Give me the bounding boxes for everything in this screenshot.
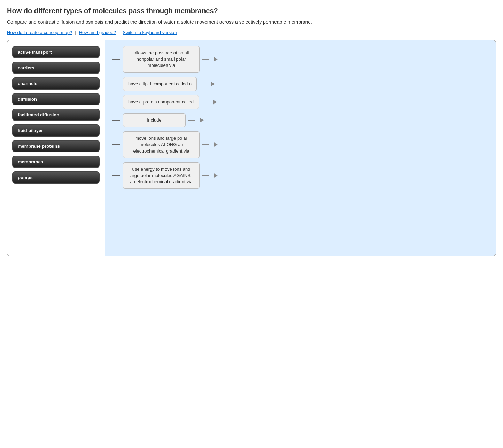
links-bar: How do I create a concept map? | How am … <box>7 30 496 35</box>
connector-line-2 <box>112 84 120 84</box>
terms-panel: active transport carriers channels diffu… <box>7 40 105 256</box>
arrow-line-4 <box>188 120 195 121</box>
concept-box-5: move ions and large polar molecules ALON… <box>123 131 200 158</box>
arrow-6 <box>214 173 218 178</box>
term-facilitated-diffusion[interactable]: facilitated diffusion <box>12 109 100 121</box>
arrow-2 <box>211 82 215 86</box>
arrow-line-5 <box>202 144 209 145</box>
concept-map-container: active transport carriers channels diffu… <box>7 40 496 256</box>
concept-box-6: use energy to move ions and large polar … <box>123 162 200 189</box>
term-pumps[interactable]: pumps <box>12 171 100 184</box>
concept-row-3: have a protein component called <box>112 95 489 109</box>
grading-help-link[interactable]: How am I graded? <box>79 30 116 35</box>
page-title: How do different types of molecules pass… <box>7 7 496 15</box>
concept-row-2: have a lipid component called a <box>112 77 489 91</box>
concept-box-3: have a protein component called <box>123 95 199 109</box>
term-carriers[interactable]: carriers <box>12 62 100 74</box>
term-lipid-bilayer[interactable]: lipid bilayer <box>12 124 100 137</box>
term-diffusion[interactable]: diffusion <box>12 93 100 105</box>
arrow-3 <box>213 100 217 105</box>
arrow-1 <box>214 57 218 62</box>
separator-2: | <box>119 30 120 35</box>
concept-row-4: include <box>112 113 489 127</box>
connector-line-6 <box>112 175 120 176</box>
arrow-line-3 <box>202 102 209 102</box>
term-channels[interactable]: channels <box>12 77 100 90</box>
connector-line-3 <box>112 102 120 102</box>
connector-line-4 <box>112 120 120 121</box>
term-membranes[interactable]: membranes <box>12 156 100 168</box>
arrow-line-6 <box>202 175 209 176</box>
connector-line-1 <box>112 59 120 60</box>
concept-row-6: use energy to move ions and large polar … <box>112 162 489 189</box>
term-membrane-proteins[interactable]: membrane proteins <box>12 140 100 152</box>
arrow-line-2 <box>200 84 207 84</box>
arrow-5 <box>214 142 218 147</box>
connector-line-5 <box>112 144 120 145</box>
concept-box-1: allows the passage of small nonpolar and… <box>123 46 200 73</box>
page-subtitle: Compare and contrast diffusion and osmos… <box>7 18 496 26</box>
concept-row-1: allows the passage of small nonpolar and… <box>112 46 489 73</box>
concept-box-4: include <box>123 113 186 127</box>
concept-map-help-link[interactable]: How do I create a concept map? <box>7 30 72 35</box>
term-active-transport[interactable]: active transport <box>12 46 100 58</box>
keyboard-version-link[interactable]: Switch to keyboard version <box>123 30 177 35</box>
separator-1: | <box>75 30 76 35</box>
arrow-4 <box>200 118 204 123</box>
concept-panel: allows the passage of small nonpolar and… <box>105 40 496 256</box>
concept-row-5: move ions and large polar molecules ALON… <box>112 131 489 158</box>
arrow-line-1 <box>202 59 209 60</box>
concept-box-2: have a lipid component called a <box>123 77 197 91</box>
